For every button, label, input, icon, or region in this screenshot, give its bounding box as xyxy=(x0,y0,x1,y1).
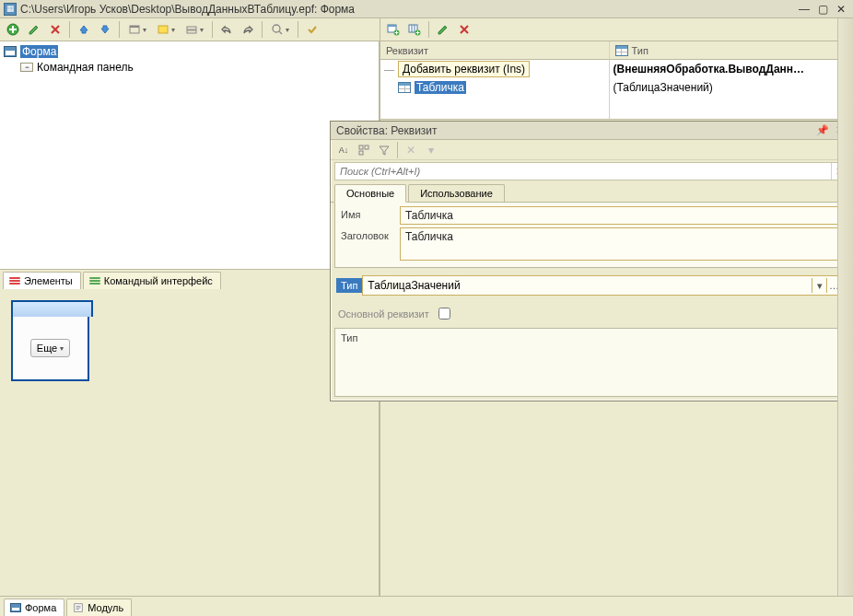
properties-title: Свойства: Реквизит xyxy=(336,124,813,137)
minimize-button[interactable]: — xyxy=(796,2,812,17)
label-type: Тип xyxy=(336,278,362,293)
command-panel-icon: ••• xyxy=(20,63,33,72)
layout-dropdown-3[interactable] xyxy=(181,20,207,39)
window-title: C:\Users\Игорь Усков\Desktop\ВыводДанных… xyxy=(20,3,794,16)
clear-icon[interactable]: ✕ xyxy=(402,141,420,159)
attribute-row[interactable]: Табличка xyxy=(380,78,609,97)
separator xyxy=(298,21,298,38)
type-cell[interactable]: (ВнешняяОбработка.ВыводДанн… xyxy=(610,60,838,78)
separator xyxy=(428,21,429,38)
search-input[interactable] xyxy=(335,166,831,177)
preview-titlebar xyxy=(11,300,93,317)
preview-body: Еще xyxy=(11,317,89,381)
properties-titlebar[interactable]: Свойства: Реквизит 📌 ✕ xyxy=(331,122,852,140)
svg-rect-12 xyxy=(359,145,363,149)
properties-tabs: Основные Использование xyxy=(331,182,852,203)
separator xyxy=(119,21,120,38)
edit-icon[interactable] xyxy=(434,20,452,39)
pin-icon[interactable]: 📌 xyxy=(815,124,830,137)
svg-rect-5 xyxy=(187,30,196,33)
name-field[interactable] xyxy=(400,206,842,225)
col-header-type[interactable]: Тип xyxy=(610,41,838,60)
undo-icon[interactable] xyxy=(217,20,236,39)
form-preview: Еще xyxy=(0,289,380,596)
svg-rect-3 xyxy=(158,26,168,33)
tab-label: Модуль xyxy=(88,602,123,613)
maximize-button[interactable]: ▢ xyxy=(814,2,831,17)
attributes-table[interactable]: Реквизит — Добавить реквизит (Ins) Табли… xyxy=(380,41,837,120)
move-up-icon[interactable] xyxy=(75,20,93,39)
categories-icon[interactable] xyxy=(355,141,373,159)
label-name: Имя xyxy=(341,206,400,220)
close-button[interactable]: ✕ xyxy=(833,2,849,17)
right-toolbar xyxy=(380,18,853,41)
layout-dropdown-1[interactable] xyxy=(124,20,150,39)
tab-label: Командный интерфейс xyxy=(104,275,213,286)
edit-icon[interactable] xyxy=(25,20,43,39)
tab-elements[interactable]: Элементы xyxy=(3,272,81,289)
main-requisite-row[interactable]: Основной реквизит xyxy=(338,305,845,322)
add-attribute-label: Добавить реквизит (Ins) xyxy=(398,61,530,77)
tree-command-panel[interactable]: ••• Командная панель xyxy=(0,59,379,75)
tab-usage[interactable]: Использование xyxy=(408,184,505,202)
left-tabstrip: Элементы Командный интерфейс xyxy=(0,269,380,289)
tree-label: Командная панель xyxy=(37,61,134,74)
separator xyxy=(69,21,70,38)
type-value: (ТаблицаЗначений) xyxy=(613,81,713,94)
tab-command-interface[interactable]: Командный интерфейс xyxy=(83,272,221,289)
svg-rect-2 xyxy=(130,26,139,28)
tab-module[interactable]: Модуль xyxy=(66,599,132,616)
properties-search[interactable]: ✕ xyxy=(334,162,848,180)
vertical-scrollbar[interactable] xyxy=(837,18,853,596)
svg-rect-8 xyxy=(388,25,396,27)
svg-rect-4 xyxy=(187,27,196,29)
type-cell[interactable]: (ТаблицаЗначений) xyxy=(610,78,838,97)
delete-icon[interactable] xyxy=(46,20,64,39)
more-button-label: Еще xyxy=(37,343,57,354)
add-attribute-row[interactable]: — Добавить реквизит (Ins) xyxy=(380,60,609,78)
dropdown-icon[interactable]: ▾ xyxy=(812,278,826,293)
filter-icon[interactable] xyxy=(375,141,393,159)
delete-icon[interactable] xyxy=(455,20,473,39)
title-field[interactable] xyxy=(400,227,842,261)
main-requisite-checkbox[interactable] xyxy=(438,308,450,320)
type-value: (ВнешняяОбработка.ВыводДанн… xyxy=(613,63,805,76)
more-button[interactable]: Еще xyxy=(30,339,70,357)
elements-icon xyxy=(9,277,20,285)
bottom-tabstrip: Форма Модуль xyxy=(0,596,853,616)
properties-window: Свойства: Реквизит 📌 ✕ A↓ ✕ ▾ ✕ Основные… xyxy=(330,121,853,401)
svg-point-6 xyxy=(273,25,280,32)
move-down-icon[interactable] xyxy=(96,20,114,39)
form-icon xyxy=(4,46,17,57)
cmd-interface-icon xyxy=(89,277,100,285)
form-icon xyxy=(4,3,17,16)
dropdown-icon[interactable]: ▾ xyxy=(422,141,440,159)
check-icon[interactable] xyxy=(303,20,321,39)
label-title: Заголовок xyxy=(341,227,400,241)
svg-rect-13 xyxy=(365,145,368,149)
tree-root-form[interactable]: Форма xyxy=(0,43,379,59)
window-title-bar: C:\Users\Игорь Усков\Desktop\ВыводДанных… xyxy=(0,0,853,18)
left-toolbar xyxy=(0,18,380,41)
type-value: ТаблицаЗначений xyxy=(368,279,812,292)
layout-dropdown-2[interactable] xyxy=(153,20,179,39)
expand-icon: — xyxy=(384,64,394,75)
tab-form[interactable]: Форма xyxy=(4,599,64,616)
col-header-requisite[interactable]: Реквизит xyxy=(380,41,609,60)
sort-icon[interactable]: A↓ xyxy=(334,141,353,159)
redo-icon[interactable] xyxy=(239,20,257,39)
add-attribute-icon[interactable] xyxy=(384,20,403,39)
add-icon[interactable] xyxy=(4,20,22,39)
search-dropdown[interactable] xyxy=(267,20,293,39)
properties-toolbar: A↓ ✕ ▾ xyxy=(331,140,852,160)
attribute-name: Табличка xyxy=(415,81,466,94)
properties-description: Тип xyxy=(334,328,848,397)
form-elements-tree[interactable]: Форма ••• Командная панель xyxy=(0,41,380,269)
type-field[interactable]: ТаблицаЗначений ▾ … xyxy=(362,275,847,296)
label-main-requisite: Основной реквизит xyxy=(338,308,429,320)
add-column-icon[interactable] xyxy=(405,20,424,39)
table-icon xyxy=(398,82,411,93)
footer-label: Тип xyxy=(341,332,357,343)
separator xyxy=(212,21,213,38)
tab-main[interactable]: Основные xyxy=(334,184,406,203)
